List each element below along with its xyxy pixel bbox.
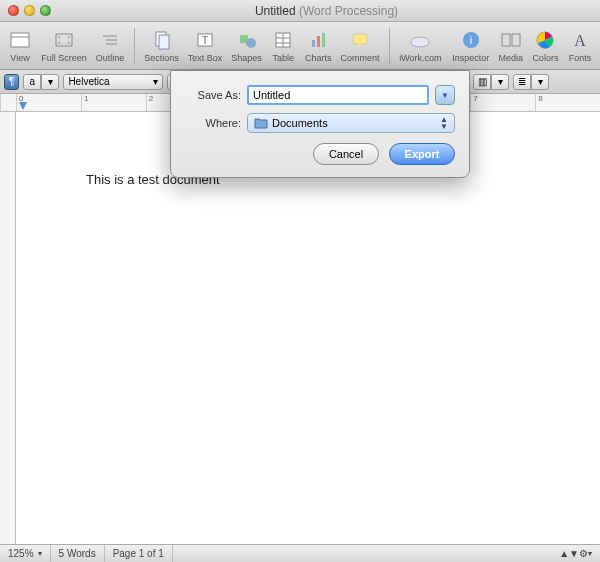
updown-icon: ▲▼ [440, 116, 448, 130]
view-icon [8, 28, 32, 52]
svg-rect-16 [312, 40, 315, 47]
word-count: 5 Words [51, 545, 105, 562]
svg-rect-7 [159, 35, 169, 49]
gear-icon: ⚙ [579, 548, 588, 559]
ruler-marker-icon[interactable] [19, 102, 27, 110]
folder-icon [254, 117, 268, 129]
fullscreen-icon [52, 28, 76, 52]
cancel-button[interactable]: Cancel [313, 143, 379, 165]
media-icon [499, 28, 523, 52]
fullscreen-label: Full Screen [41, 53, 87, 63]
minimize-icon[interactable] [24, 5, 35, 16]
media-button[interactable]: Media [495, 26, 527, 65]
expand-dialog-button[interactable]: ▼ [435, 85, 455, 105]
fonts-icon: A [568, 28, 592, 52]
font-select[interactable]: Helvetica▾ [63, 74, 163, 90]
titlebar: Untitled (Word Processing) [0, 0, 600, 22]
svg-point-11 [246, 38, 256, 48]
fonts-label: Fonts [569, 53, 592, 63]
list-style[interactable]: ≣▾ [513, 74, 549, 90]
separator [389, 28, 390, 64]
inspector-button[interactable]: i Inspector [449, 26, 493, 65]
down-icon: ▼ [569, 548, 579, 559]
colors-button[interactable]: Colors [529, 26, 562, 65]
chevron-down-icon: ▾ [38, 549, 42, 558]
chevron-down-icon: ▼ [441, 91, 449, 100]
shapes-button[interactable]: Shapes [228, 26, 266, 65]
svg-rect-18 [322, 33, 325, 47]
svg-rect-19 [353, 34, 367, 44]
style-segment[interactable]: a▾ [23, 74, 59, 90]
iworkcom-label: iWork.com [399, 53, 441, 63]
iworkcom-button[interactable]: iWork.com [396, 26, 445, 65]
table-icon [271, 28, 295, 52]
status-bar: 125% ▾ 5 Words Page 1 of 1 ▲ ▼ ⚙▾ [0, 544, 600, 562]
media-label: Media [499, 53, 524, 63]
export-dialog: Save As: ▼ Where: Documents ▲▼ Cancel Ex… [170, 70, 470, 178]
comment-icon [348, 28, 372, 52]
outline-button[interactable]: Outline [92, 26, 128, 65]
svg-rect-17 [317, 36, 320, 47]
svg-point-20 [411, 37, 429, 47]
fullscreen-button[interactable]: Full Screen [38, 26, 90, 65]
charts-button[interactable]: Charts [301, 26, 335, 65]
where-value: Documents [272, 117, 328, 129]
view-label: View [10, 53, 29, 63]
save-as-label: Save As: [185, 89, 241, 101]
shapes-icon [235, 28, 259, 52]
svg-rect-23 [502, 34, 510, 46]
inspector-label: Inspector [452, 53, 489, 63]
zoom-icon[interactable] [40, 5, 51, 16]
inspector-icon: i [459, 28, 483, 52]
window-title: Untitled (Word Processing) [61, 4, 592, 18]
zoom-select[interactable]: 125% ▾ [0, 545, 51, 562]
colors-label: Colors [532, 53, 558, 63]
save-as-input[interactable] [247, 85, 429, 105]
sections-icon [150, 28, 174, 52]
up-icon: ▲ [559, 548, 569, 559]
sections-button[interactable]: Sections [141, 26, 182, 65]
table-button[interactable]: Table [267, 26, 299, 65]
table-label: Table [273, 53, 295, 63]
export-button[interactable]: Export [389, 143, 455, 165]
comment-label: Comment [340, 53, 379, 63]
textbox-button[interactable]: T Text Box [184, 26, 225, 65]
fonts-button[interactable]: A Fonts [564, 26, 596, 65]
document-subtitle: (Word Processing) [299, 4, 398, 18]
textbox-label: Text Box [188, 53, 223, 63]
outline-icon [98, 28, 122, 52]
status-nav[interactable]: ▲ ▼ ⚙▾ [551, 545, 600, 562]
svg-text:T: T [202, 35, 208, 46]
sections-label: Sections [144, 53, 179, 63]
shapes-label: Shapes [231, 53, 262, 63]
columns[interactable]: ▥▾ [473, 74, 509, 90]
close-icon[interactable] [8, 5, 19, 16]
vertical-ruler[interactable] [0, 112, 16, 544]
charts-icon [306, 28, 330, 52]
toolbar: View Full Screen Outline Sections T Text… [0, 22, 600, 70]
font-name: Helvetica [68, 76, 109, 87]
cloud-icon [408, 28, 432, 52]
svg-text:i: i [470, 34, 472, 46]
where-select[interactable]: Documents ▲▼ [247, 113, 455, 133]
separator [134, 28, 135, 64]
svg-text:A: A [574, 32, 586, 49]
textbox-icon: T [193, 28, 217, 52]
charts-label: Charts [305, 53, 332, 63]
outline-label: Outline [96, 53, 125, 63]
comment-button[interactable]: Comment [337, 26, 383, 65]
window-controls [8, 5, 51, 16]
svg-rect-0 [11, 33, 29, 47]
colors-icon [533, 28, 557, 52]
page-indicator[interactable]: Page 1 of 1 [105, 545, 173, 562]
svg-rect-24 [512, 34, 520, 46]
view-button[interactable]: View [4, 26, 36, 65]
paragraph-mark-button[interactable]: ¶ [4, 74, 19, 90]
where-label: Where: [185, 117, 241, 129]
document-title: Untitled [255, 4, 296, 18]
